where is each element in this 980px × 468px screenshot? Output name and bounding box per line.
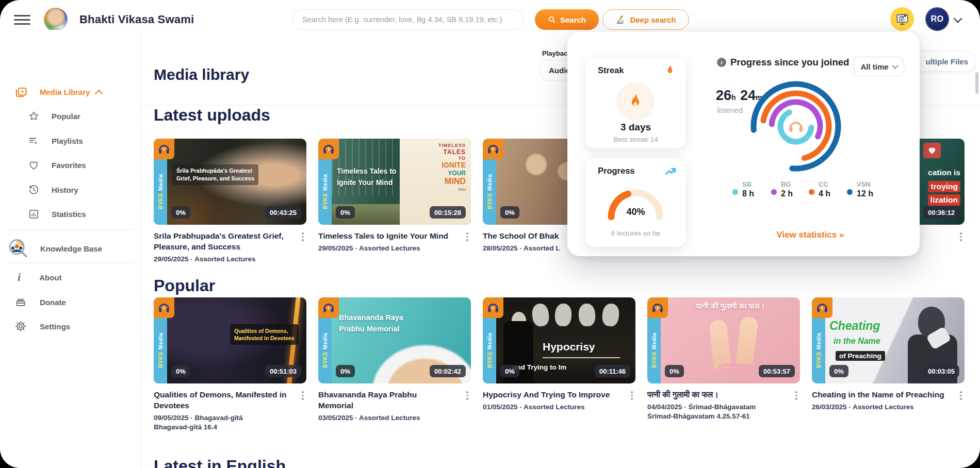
app-window: Bhakti Vikasa Swami Search Deep search R…: [0, 0, 980, 468]
sidebar-item-media-library[interactable]: Media Library: [0, 81, 141, 102]
history-icon: [28, 184, 40, 196]
legend-dot: [809, 189, 814, 195]
statistics-icon: [28, 208, 40, 220]
video-thumbnail[interactable]: Hypocrisy and Trying to Im BVKSMedia 0% …: [483, 297, 635, 383]
sidebar-divider: [7, 263, 134, 263]
sidebar-divider: [7, 229, 134, 230]
playlist-icon: [28, 135, 40, 147]
video-card[interactable]: Cheating in the Name of Preaching BVKSMe…: [812, 297, 965, 411]
card-menu-icon[interactable]: [957, 232, 965, 241]
bvks-logo-icon: [483, 139, 503, 159]
video-title[interactable]: Srila Prabhupada's Greatest Grief, Pleas…: [154, 230, 289, 252]
stats-monitor-badge[interactable]: [890, 7, 914, 31]
channel-avatar[interactable]: [44, 8, 68, 31]
thumbnail-caption: of Preaching: [836, 351, 885, 361]
thumbnail-caption: in the Name: [834, 337, 880, 346]
card-menu-icon[interactable]: [464, 232, 471, 241]
info-icon[interactable]: i: [717, 58, 726, 67]
stats-popup: Streak 3 days Best streak 14 Progress: [567, 32, 920, 256]
video-meta: 29/05/2025 · Assorted Lectures: [318, 244, 458, 252]
search-icon: [548, 15, 556, 24]
video-meta: 03/05/2025 · Assorted Lectures: [318, 414, 458, 422]
duration-badge: 00:51:03: [265, 365, 301, 377]
sidebar-item-knowledge-base[interactable]: Knowledge Base: [0, 237, 141, 260]
video-thumbnail[interactable]: BVKSMedia Bhavananda RayaPrabhu Memorial…: [318, 297, 471, 383]
video-card[interactable]: TIMELESS TALES TO IGNITE YOUR MIND SHU B…: [318, 139, 471, 252]
sidebar-item-favorites[interactable]: Favorites: [0, 155, 141, 175]
video-card[interactable]: BVKSMedia Bhavananda RayaPrabhu Memorial…: [318, 297, 471, 422]
card-menu-icon[interactable]: [793, 391, 800, 400]
video-title[interactable]: पत्नी की गुलामी का फल।: [647, 389, 782, 400]
headphones-icon: [790, 123, 803, 132]
channel-title: Bhakti Vikasa Swami: [79, 13, 194, 26]
video-title[interactable]: Cheating in the Name of Preaching: [812, 389, 947, 400]
card-menu-icon[interactable]: [957, 391, 965, 400]
section-heading-popular: Popular: [154, 276, 215, 295]
time-range-dropdown[interactable]: All time: [854, 57, 904, 76]
video-title[interactable]: Bhavananda Raya Prabhu Memorial: [318, 389, 453, 411]
video-meta-verse: Bhagavad-gītā 16.4: [154, 423, 293, 431]
video-title[interactable]: Qualities of Demons, Manifested in Devot…: [154, 389, 289, 411]
video-thumbnail[interactable]: BVKSMedia Qualities of Demons,Manifested…: [154, 297, 306, 383]
video-title[interactable]: Hypocrisy And Trying To Improve: [483, 389, 618, 400]
heart-icon: [923, 143, 941, 158]
sidebar-item-history[interactable]: History: [0, 179, 141, 200]
bvks-logo-icon: [812, 297, 832, 318]
page-title: Media library: [154, 66, 249, 83]
star-icon: [28, 110, 40, 122]
section-heading-latest-uploads: Latest uploads: [154, 106, 270, 125]
duration-badge: 00:11:46: [595, 365, 630, 377]
trend-up-icon: [664, 165, 677, 178]
video-thumbnail[interactable]: TIMELESS TALES TO IGNITE YOUR MIND SHU B…: [318, 139, 471, 225]
chevron-down-icon: [892, 62, 899, 69]
sidebar-item-donate[interactable]: Donate: [0, 292, 141, 312]
video-meta: 01/05/2025 · Assorted Lectures: [483, 403, 622, 411]
sidebar-item-settings[interactable]: Settings: [0, 316, 141, 337]
thumbnail-caption: Bhavananda RayaPrabhu Memorial: [339, 312, 403, 335]
scrollbar-thumb[interactable]: [975, 72, 978, 94]
card-menu-icon[interactable]: [299, 232, 306, 252]
search-button[interactable]: Search: [535, 9, 599, 30]
thumbnail-caption: पत्नी की गुलामी का फल।: [661, 302, 800, 311]
info-icon: i: [18, 271, 21, 284]
video-title[interactable]: Timeless Tales to Ignite Your Mind: [318, 230, 453, 241]
progress-badge: 0%: [336, 365, 355, 377]
sidebar-item-playlists[interactable]: Playlists: [0, 130, 141, 151]
bvks-logo-icon: [154, 139, 174, 159]
profile-chevron-down-icon[interactable]: [954, 14, 962, 23]
sidebar-item-about[interactable]: i About: [0, 267, 141, 288]
progress-badge: 0%: [665, 365, 684, 377]
thumbnail-caption: Qualities of Demons,Manifested in Devote…: [230, 324, 299, 345]
video-meta: 04/04/2025 · Śrīmad-Bhāgavatam: [647, 403, 787, 411]
thumbnail-caption: cation is: [928, 168, 960, 178]
streak-flame-icon: [619, 85, 652, 118]
video-thumbnail[interactable]: BVKSMedia Śrīla Prabhupāda's GreatestGri…: [154, 139, 306, 225]
view-statistics-link[interactable]: View statistics »: [738, 230, 883, 240]
card-menu-icon[interactable]: [299, 391, 306, 411]
progress-card: Progress 40% 8 lectures so far: [585, 158, 686, 247]
thumbnail-caption: Timeless Tales toIgnite Your Mind: [337, 165, 396, 188]
card-menu-icon[interactable]: [628, 391, 635, 400]
video-card[interactable]: BVKSMedia Qualities of Demons,Manifested…: [154, 297, 306, 431]
legend-item-cc: CC4 h: [809, 180, 830, 198]
video-card[interactable]: Hypocrisy and Trying to Im BVKSMedia 0% …: [483, 297, 635, 411]
card-menu-icon[interactable]: [464, 391, 471, 411]
streak-card: Streak 3 days Best streak 14: [585, 58, 686, 148]
microscope-icon: [615, 14, 626, 25]
video-card[interactable]: पत्नी की गुलामी का फल। BVKSMedia 0% 00:5…: [647, 297, 800, 420]
duration-badge: 00:15:28: [430, 206, 466, 219]
profile-avatar[interactable]: RO: [925, 7, 949, 31]
video-thumbnail[interactable]: पत्नी की गुलामी का फल। BVKSMedia 0% 00:5…: [647, 297, 800, 383]
knowledge-base-icon: [6, 237, 29, 260]
menu-icon[interactable]: [14, 15, 30, 25]
bvks-logo-icon: [647, 297, 668, 318]
video-card[interactable]: BVKSMedia Śrīla Prabhupāda's GreatestGri…: [154, 139, 306, 263]
progress-badge: 0%: [500, 365, 519, 377]
video-meta: 26/03/2025 · Assorted Lectures: [812, 403, 951, 411]
video-thumbnail[interactable]: Cheating in the Name of Preaching BVKSMe…: [812, 297, 965, 383]
legend-dot: [771, 189, 777, 195]
sidebar-item-popular[interactable]: Popular: [0, 106, 141, 126]
sidebar-item-statistics[interactable]: Statistics: [0, 204, 141, 224]
search-input[interactable]: [292, 9, 524, 30]
deep-search-button[interactable]: Deep search: [602, 9, 689, 30]
